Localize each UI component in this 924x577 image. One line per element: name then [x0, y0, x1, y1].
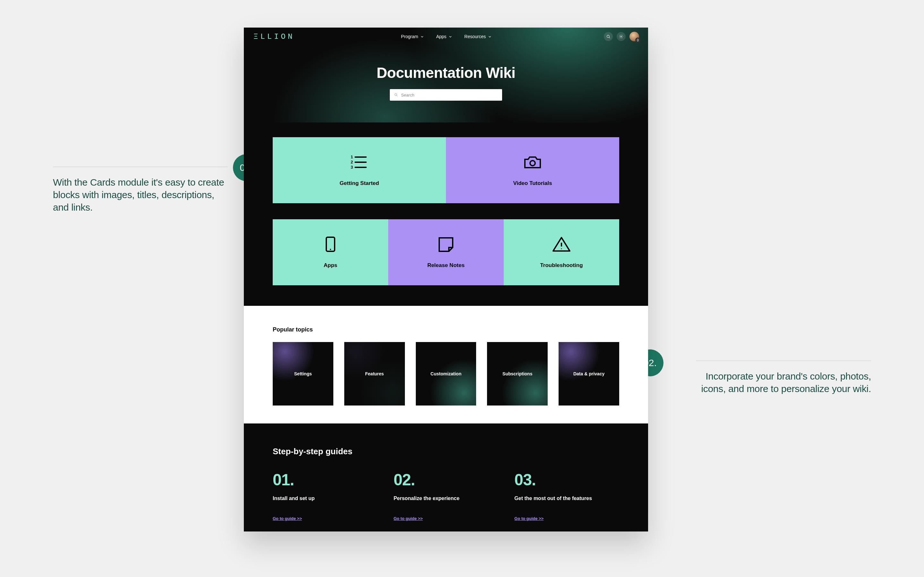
guide-title: Personalize the experience: [394, 496, 499, 501]
nav-menu-apps[interactable]: Apps: [436, 34, 451, 39]
svg-line-1: [609, 37, 610, 38]
nav-menu-resources[interactable]: Resources: [464, 34, 491, 39]
annotation-divider: [696, 361, 871, 361]
topic-row: Settings Features Customization Subscrip…: [273, 342, 619, 406]
guide-install: 01. Install and set up Go to guide >>: [273, 471, 378, 521]
hero-search[interactable]: [390, 89, 502, 101]
annotation-right: Incorporate your brand's colors, photos,…: [691, 361, 871, 395]
card-getting-started[interactable]: 1 2 3 Getting Started: [273, 137, 446, 203]
guide-personalize: 02. Personalize the experience Go to gui…: [394, 471, 499, 521]
annotation-left: With the Cards module it's easy to creat…: [53, 167, 233, 213]
card-release-notes[interactable]: Release Notes: [388, 219, 504, 285]
topic-data-privacy[interactable]: Data & privacy: [559, 342, 619, 406]
avatar-count: 0: [635, 37, 640, 43]
guide-title: Get the most out of the features: [514, 496, 619, 501]
page-title: Documentation Wiki: [244, 64, 648, 81]
cards-row-1: 1 2 3 Getting Started: [273, 137, 619, 203]
topic-customization[interactable]: Customization: [416, 342, 477, 406]
note-icon: [436, 236, 456, 253]
guide-number: 03.: [514, 471, 619, 489]
topic-settings[interactable]: Settings: [273, 342, 333, 406]
camera-icon: [523, 154, 542, 171]
topic-label: Subscriptions: [502, 371, 532, 376]
svg-text:2: 2: [351, 160, 353, 164]
cards-row-2: Apps Release Notes: [273, 219, 619, 285]
popular-heading: Popular topics: [273, 326, 619, 333]
gear-icon: [619, 34, 624, 39]
card-title: Apps: [324, 262, 338, 269]
card-video-tutorials[interactable]: Video Tutorials: [446, 137, 619, 203]
topic-label: Features: [365, 371, 384, 376]
popular-topics-section: Popular topics Settings Features Customi…: [244, 306, 648, 424]
svg-point-11: [530, 161, 535, 166]
guide-number: 01.: [273, 471, 378, 489]
nav-right: 0: [604, 32, 639, 41]
search-icon: [606, 35, 611, 39]
svg-text:1: 1: [351, 155, 353, 159]
nav-menu: Program Apps Resources: [401, 34, 491, 39]
chevron-down-icon: [488, 36, 491, 37]
card-troubleshooting[interactable]: Troubleshooting: [504, 219, 619, 285]
cards-section: 1 2 3 Getting Started: [244, 122, 648, 306]
search-icon: [394, 93, 398, 97]
guides-section: Step-by-step guides 01. Install and set …: [244, 424, 648, 532]
nav-menu-label: Resources: [464, 34, 486, 39]
card-apps[interactable]: Apps: [273, 219, 388, 285]
numbered-list-icon: 1 2 3: [350, 154, 369, 171]
card-title: Video Tutorials: [513, 180, 552, 187]
svg-point-0: [607, 35, 609, 37]
topic-label: Data & privacy: [573, 371, 604, 376]
topic-features[interactable]: Features: [344, 342, 405, 406]
wiki-window: ΞLLION Program Apps Resources 0: [244, 27, 648, 532]
warning-icon: [552, 236, 571, 253]
phone-icon: [321, 236, 340, 253]
topic-label: Customization: [431, 371, 461, 376]
topic-label: Settings: [294, 371, 312, 376]
guide-link[interactable]: Go to guide >>: [273, 516, 378, 521]
guides-heading: Step-by-step guides: [273, 446, 619, 456]
card-title: Getting Started: [340, 180, 379, 187]
top-nav: ΞLLION Program Apps Resources 0: [244, 27, 648, 45]
annotation-divider: [53, 167, 228, 167]
guide-number: 02.: [394, 471, 499, 489]
card-title: Troubleshooting: [540, 262, 583, 269]
svg-point-15: [561, 248, 562, 250]
guide-row: 01. Install and set up Go to guide >> 02…: [273, 471, 619, 521]
guide-link[interactable]: Go to guide >>: [514, 516, 619, 521]
guide-title: Install and set up: [273, 496, 378, 501]
chevron-down-icon: [449, 36, 451, 37]
brand-logo[interactable]: ΞLLION: [254, 32, 294, 41]
svg-text:3: 3: [351, 165, 353, 169]
svg-point-2: [620, 36, 622, 37]
nav-menu-program[interactable]: Program: [401, 34, 423, 39]
search-input[interactable]: [401, 93, 498, 97]
avatar[interactable]: 0: [630, 32, 639, 41]
card-title: Release Notes: [427, 262, 465, 269]
svg-point-13: [330, 249, 331, 250]
annotation-left-text: With the Cards module it's easy to creat…: [53, 176, 233, 213]
annotation-right-text: Incorporate your brand's colors, photos,…: [691, 370, 871, 395]
settings-button[interactable]: [617, 32, 626, 41]
svg-line-4: [397, 95, 397, 96]
nav-menu-label: Program: [401, 34, 418, 39]
chevron-down-icon: [421, 36, 423, 37]
search-button[interactable]: [604, 32, 613, 41]
guide-link[interactable]: Go to guide >>: [394, 516, 499, 521]
topic-subscriptions[interactable]: Subscriptions: [487, 342, 548, 406]
guide-features: 03. Get the most out of the features Go …: [514, 471, 619, 521]
svg-point-3: [395, 93, 397, 96]
nav-menu-label: Apps: [436, 34, 446, 39]
